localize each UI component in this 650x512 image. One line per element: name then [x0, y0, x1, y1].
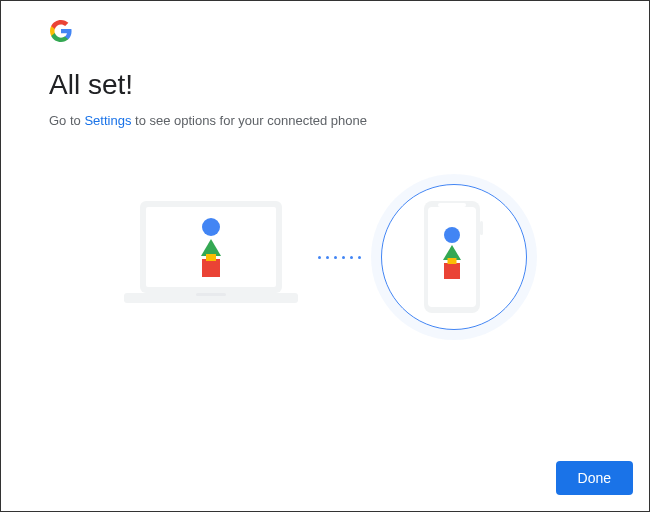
svg-point-4 [202, 218, 220, 236]
svg-rect-6 [202, 259, 220, 277]
footer: Done [556, 461, 633, 495]
laptop-icon [124, 199, 298, 315]
page-title: All set! [49, 69, 601, 101]
svg-rect-3 [196, 293, 226, 296]
svg-point-12 [444, 227, 460, 243]
settings-link[interactable]: Settings [84, 113, 131, 128]
connection-dots-icon [318, 256, 361, 259]
subtitle-text: Go to Settings to see options for your c… [49, 113, 601, 128]
svg-rect-10 [480, 221, 483, 235]
svg-rect-11 [438, 203, 466, 207]
svg-rect-7 [206, 254, 216, 261]
svg-rect-14 [444, 263, 460, 279]
svg-rect-15 [447, 258, 456, 264]
google-logo-icon [49, 19, 601, 47]
done-button[interactable]: Done [556, 461, 633, 495]
subtitle-prefix: Go to [49, 113, 84, 128]
subtitle-suffix: to see options for your connected phone [131, 113, 367, 128]
illustration-container [49, 184, 601, 330]
phone-circle-icon [381, 184, 527, 330]
